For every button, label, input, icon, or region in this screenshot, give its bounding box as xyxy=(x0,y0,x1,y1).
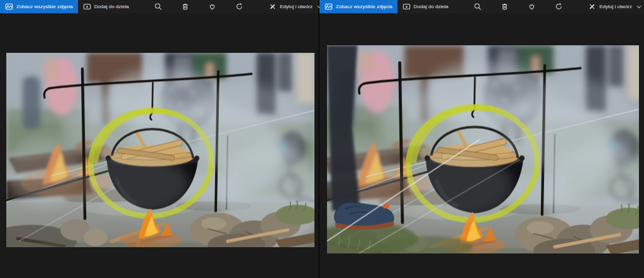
view-all-photos-button[interactable]: Zobacz wszystkie zdjęcia xyxy=(319,0,397,13)
toolbar-right: Zobacz wszystkie zdjęcia Dodaj do dzieła xyxy=(319,0,644,13)
trash-icon xyxy=(501,3,509,11)
view-all-photos-button[interactable]: Zobacz wszystkie zdjęcia xyxy=(0,0,78,13)
favorite-button[interactable] xyxy=(203,0,221,13)
edit-create-icon xyxy=(588,3,596,11)
photo-canvas-right[interactable] xyxy=(327,45,639,253)
magnifier-icon xyxy=(474,3,482,11)
add-to-creation-icon xyxy=(83,3,91,11)
desktop: Zobacz wszystkie zdjęcia Dodaj do dzieła xyxy=(0,0,644,278)
rotate-icon xyxy=(235,3,243,11)
trash-icon xyxy=(181,3,189,11)
heart-icon xyxy=(208,3,216,11)
chevron-down-icon xyxy=(636,5,641,9)
magnifier-icon xyxy=(154,3,162,11)
toolbar-left: Zobacz wszystkie zdjęcia Dodaj do dzieła xyxy=(0,0,318,13)
zoom-button[interactable] xyxy=(469,0,487,13)
photos-app-window-left: Zobacz wszystkie zdjęcia Dodaj do dzieła xyxy=(0,0,318,278)
heart-icon xyxy=(528,3,536,11)
edit-create-icon xyxy=(269,3,277,11)
photos-app-window-right: Zobacz wszystkie zdjęcia Dodaj do dzieła xyxy=(318,0,644,278)
photo-gallery-icon xyxy=(5,3,13,11)
rotate-button[interactable] xyxy=(230,0,248,13)
edit-create-label: Edytuj i utwórz xyxy=(280,4,313,9)
rotate-icon xyxy=(555,3,563,11)
add-to-creation-label: Dodaj do dzieła xyxy=(94,4,129,9)
edit-create-label: Edytuj i utwórz xyxy=(599,4,632,9)
photo-canvas-left[interactable] xyxy=(6,53,314,247)
rotate-button[interactable] xyxy=(550,0,568,13)
delete-button[interactable] xyxy=(176,0,194,13)
add-to-creation-label: Dodaj do dzieła xyxy=(414,4,448,9)
view-all-photos-label: Zobacz wszystkie zdjęcia xyxy=(16,4,73,9)
add-to-creation-button[interactable]: Dodaj do dzieła xyxy=(79,0,133,13)
zoom-button[interactable] xyxy=(149,0,167,13)
view-all-photos-label: Zobacz wszystkie zdjęcia xyxy=(336,4,392,9)
add-to-creation-icon xyxy=(402,3,411,11)
add-to-creation-button[interactable]: Dodaj do dzieła xyxy=(399,0,452,13)
delete-button[interactable] xyxy=(496,0,514,13)
edit-create-button[interactable]: Edytuj i utwórz xyxy=(584,0,644,13)
favorite-button[interactable] xyxy=(523,0,541,13)
photo-gallery-icon xyxy=(325,3,333,11)
edit-create-button[interactable]: Edytuj i utwórz xyxy=(265,0,326,13)
